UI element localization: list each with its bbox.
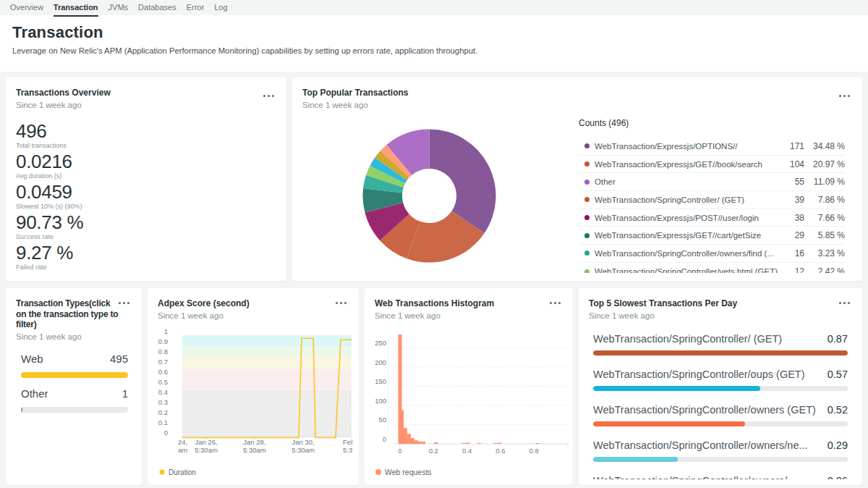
- legend-dot-icon: [584, 215, 590, 220]
- svg-text:5:30am: 5:30am: [195, 446, 218, 454]
- svg-text:0.2: 0.2: [429, 447, 438, 455]
- card-transaction-types-subtitle: Since 1 week ago: [16, 332, 132, 341]
- type-bar: [21, 372, 128, 378]
- card-transactions-overview-title: Transactions Overview: [16, 88, 276, 98]
- overview-stat: 0.0459Slowest 10% (s) (90%): [16, 182, 276, 213]
- slowest-bar-fill: [593, 457, 678, 462]
- svg-text:Fel: Fel: [343, 438, 352, 446]
- stat-value: 90.73 %: [16, 213, 276, 232]
- overflow-menu-icon[interactable]: [119, 302, 129, 304]
- slowest-value: 0.57: [827, 369, 848, 381]
- donut-legend-title: Counts (496): [579, 118, 845, 128]
- slowest-label: WebTransaction/SpringController/oups (GE…: [593, 369, 814, 381]
- legend-dot-icon: [584, 269, 590, 273]
- card-web-transactions-histogram: Web Transactions Histogram Since 1 week …: [365, 288, 573, 485]
- type-bar-fill: [21, 372, 128, 378]
- card-web-transactions-histogram-title: Web Transactions Histogram: [375, 298, 563, 309]
- donut-legend: Counts (496) WebTransaction/Expressjs/OP…: [579, 118, 845, 273]
- legend-row[interactable]: WebTransaction/Expressjs/OPTIONS//17134.…: [579, 138, 845, 156]
- svg-text:Web requests: Web requests: [385, 468, 432, 476]
- transaction-type-row[interactable]: Other1: [21, 387, 128, 413]
- slowest-transaction-row: WebTransaction/SpringController/owners (…: [593, 404, 848, 426]
- legend-row[interactable]: WebTransaction/Expressjs/GET//book/searc…: [579, 156, 845, 174]
- svg-text:0.2: 0.2: [158, 408, 168, 416]
- legend-row[interactable]: WebTransaction/SpringController/vets.htm…: [579, 263, 845, 273]
- legend-count: 38: [783, 213, 804, 223]
- overflow-menu-icon[interactable]: [550, 302, 561, 304]
- slowest-transaction-row: WebTransaction/SpringController/owners/n…: [593, 439, 848, 462]
- legend-dot-icon: [584, 161, 590, 167]
- svg-text:0.5: 0.5: [158, 378, 168, 386]
- card-adpex-score-title: Adpex Score (second): [158, 298, 349, 309]
- legend-row[interactable]: WebTransaction/Expressjs/POST//user/logi…: [579, 209, 845, 227]
- donut-chart[interactable]: [362, 128, 497, 264]
- svg-text:5:30am: 5:30am: [243, 446, 266, 454]
- card-top-popular-transactions-subtitle: Since 1 week ago: [302, 101, 852, 109]
- slowest-value: 0.26: [827, 475, 848, 479]
- svg-text:250: 250: [375, 339, 386, 347]
- stat-label: Success rate: [16, 233, 276, 240]
- tab-overview[interactable]: Overview: [10, 3, 43, 17]
- legend-row[interactable]: WebTransaction/SpringController/ (GET)39…: [579, 191, 845, 209]
- svg-text:Duration: Duration: [169, 468, 196, 476]
- overflow-menu-icon[interactable]: [263, 95, 274, 97]
- legend-count: 16: [783, 248, 804, 258]
- type-label: Other: [21, 387, 48, 400]
- svg-text:0.4: 0.4: [158, 388, 168, 396]
- svg-text:Jan 30,: Jan 30,: [292, 438, 314, 446]
- legend-label: WebTransaction/SpringController/ (GET): [595, 195, 783, 204]
- tab-jvms[interactable]: JVMs: [109, 3, 129, 17]
- slowest-bar: [593, 386, 848, 391]
- legend-row[interactable]: WebTransaction/Expressjs/GET//cart/getSi…: [579, 227, 845, 245]
- svg-text:0.8: 0.8: [158, 348, 168, 356]
- legend-dot-icon: [584, 233, 590, 238]
- legend-percent: 3.23 %: [804, 248, 845, 258]
- legend-percent: 7.66 %: [804, 213, 845, 223]
- tab-error[interactable]: Error: [187, 3, 204, 17]
- svg-text:0.3: 0.3: [158, 398, 168, 406]
- legend-row[interactable]: Other5511.09 %: [579, 173, 845, 191]
- legend-label: WebTransaction/Expressjs/POST//user/logi…: [595, 214, 783, 222]
- svg-text:24,: 24,: [178, 438, 187, 446]
- tab-databases[interactable]: Databases: [138, 3, 176, 17]
- overflow-menu-icon[interactable]: [839, 302, 850, 304]
- card-top-5-slowest: Top 5 Slowest Transactions Per Day Since…: [579, 288, 862, 485]
- tab-log[interactable]: Log: [214, 3, 227, 17]
- donut-slice[interactable]: [430, 130, 496, 234]
- slowest-value: 0.29: [827, 439, 848, 452]
- card-transaction-types-title: Transaction Types(click on the transacti…: [16, 298, 132, 330]
- overview-stat: 90.73 %Success rate: [16, 213, 276, 243]
- slowest-transaction-row: WebTransaction/SpringController/ (GET)0.…: [593, 333, 848, 356]
- stat-label: Failed rate: [16, 264, 276, 271]
- legend-row[interactable]: WebTransaction/SpringController/owners/f…: [579, 245, 845, 263]
- overflow-menu-icon[interactable]: [839, 95, 850, 97]
- type-label: Web: [21, 353, 43, 365]
- legend-count: 171: [783, 141, 804, 151]
- svg-text:50: 50: [378, 416, 386, 424]
- svg-text:5:3: 5:3: [343, 446, 352, 454]
- stat-value: 0.0459: [16, 182, 276, 201]
- svg-text:0.6: 0.6: [158, 368, 168, 376]
- svg-text:0: 0: [383, 435, 386, 443]
- slowest-label: WebTransaction/SpringController/owners/.…: [593, 475, 804, 479]
- stat-label: Slowest 10% (s) (90%): [16, 203, 276, 210]
- slowest-bar: [593, 350, 848, 356]
- legend-dot-icon: [584, 143, 590, 148]
- svg-text:5:30am: 5:30am: [292, 446, 315, 454]
- overflow-menu-icon[interactable]: [336, 302, 346, 304]
- stat-label: Avg duration (s): [16, 172, 276, 180]
- page-title: Transaction: [12, 23, 856, 42]
- page-header: Transaction Leverage on New Relic's APM …: [0, 15, 868, 72]
- stat-label: Total transactions: [16, 142, 276, 149]
- tab-transaction[interactable]: Transaction: [54, 3, 98, 17]
- stat-value: 496: [16, 122, 276, 140]
- card-top-popular-transactions: Top Popular Transactions Since 1 week ag…: [292, 77, 862, 281]
- svg-text:200: 200: [375, 358, 386, 366]
- slowest-label: WebTransaction/SpringController/owners/n…: [593, 439, 817, 452]
- overview-stat: 496Total transactions: [16, 122, 276, 152]
- svg-text:0.9: 0.9: [158, 337, 168, 345]
- svg-text:am: am: [178, 446, 187, 454]
- legend-count: 55: [783, 177, 804, 187]
- legend-count: 104: [783, 159, 804, 169]
- transaction-type-row[interactable]: Web495: [21, 353, 128, 378]
